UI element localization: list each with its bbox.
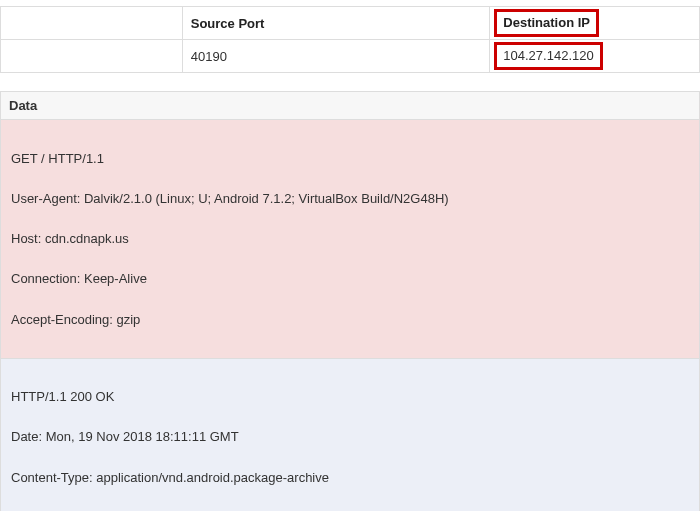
request-line: Host: cdn.cdnapk.us xyxy=(11,229,689,249)
response-line: Date: Mon, 19 Nov 2018 18:11:11 GMT xyxy=(11,427,689,447)
http-request-block: GET / HTTP/1.1 User-Agent: Dalvik/2.1.0 … xyxy=(0,120,700,359)
col-dest-ip-highlight: Destination IP xyxy=(494,9,599,37)
source-port-value: 40190 xyxy=(182,40,490,73)
data-header: Data xyxy=(0,91,700,120)
col-dest-ip: Destination IP xyxy=(503,15,590,30)
dest-ip-highlight: 104.27.142.120 xyxy=(494,42,602,70)
dest-ip-value: 104.27.142.120 xyxy=(503,48,593,63)
request-line: GET / HTTP/1.1 xyxy=(11,149,689,169)
header-table: Source Port Destination IP 40190 104.27.… xyxy=(0,6,700,73)
col-source-port: Source Port xyxy=(182,7,490,40)
request-line: Connection: Keep-Alive xyxy=(11,269,689,289)
http-response-block: HTTP/1.1 200 OK Date: Mon, 19 Nov 2018 1… xyxy=(0,359,700,511)
request-line: User-Agent: Dalvik/2.1.0 (Linux; U; Andr… xyxy=(11,189,689,209)
response-line: Content-Type: application/vnd.android.pa… xyxy=(11,468,689,488)
request-line: Accept-Encoding: gzip xyxy=(11,310,689,330)
response-line: HTTP/1.1 200 OK xyxy=(11,387,689,407)
